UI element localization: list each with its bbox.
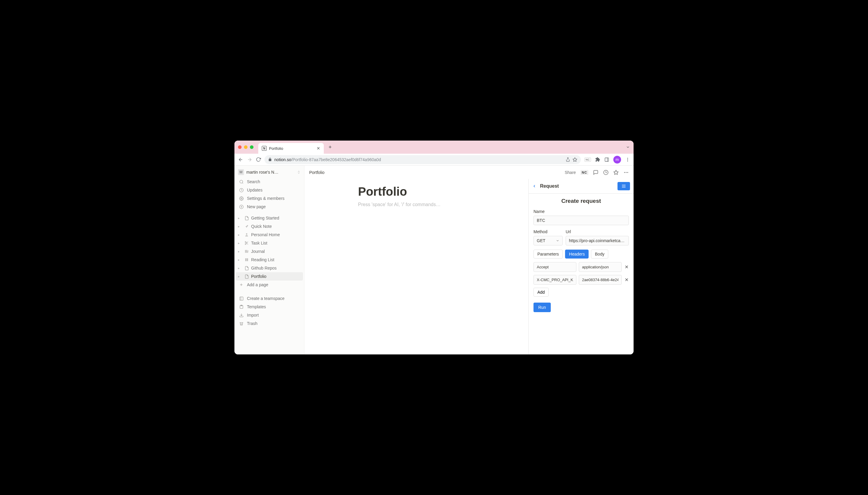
profile-avatar[interactable]: m — [613, 156, 621, 164]
workspace-name: martin rose's N… — [246, 170, 294, 174]
more-icon[interactable] — [624, 170, 629, 175]
workspace-switcher[interactable]: M martin rose's N… — [235, 167, 304, 177]
address-bar[interactable]: notion.so/Portfolio-87aa7be8e2064532aef0… — [265, 155, 581, 164]
chevron-right-icon[interactable]: ▸ — [238, 250, 242, 254]
tab-parameters[interactable]: Parameters — [533, 250, 563, 258]
page-icon — [244, 224, 249, 228]
run-button[interactable]: Run — [533, 303, 551, 312]
favorite-star-icon[interactable] — [613, 170, 619, 175]
header-value-input[interactable] — [579, 275, 622, 285]
tab-headers[interactable]: Headers — [565, 250, 589, 258]
history-icon[interactable] — [603, 170, 609, 175]
delete-header-icon[interactable]: ✕ — [624, 277, 629, 283]
sidebar-templates[interactable]: Templates — [235, 303, 304, 311]
panel-menu-button[interactable] — [617, 182, 630, 190]
reload-button[interactable] — [256, 157, 261, 162]
sidebar-add-page[interactable]: Add a page — [235, 280, 304, 289]
sidebar-page-item[interactable]: ▸Personal Home — [236, 231, 303, 239]
extension-badge[interactable]: NC — [584, 157, 591, 162]
header-key-input[interactable] — [533, 275, 576, 285]
page-label: Task List — [251, 241, 267, 245]
url-input[interactable] — [566, 236, 629, 245]
header-value-input[interactable] — [579, 262, 622, 272]
window-minimize-button[interactable] — [244, 146, 248, 149]
page-icon — [244, 258, 249, 262]
extensions-icon[interactable] — [595, 157, 600, 162]
add-header-button[interactable]: Add — [533, 288, 549, 297]
lock-icon — [268, 157, 272, 161]
svg-point-12 — [241, 198, 242, 199]
sidebar-new-page[interactable]: New page — [235, 203, 304, 211]
sidebar-page-item[interactable]: ▸Task List — [236, 239, 303, 247]
url-text: notion.so/Portfolio-87aa7be8e2064532aef0… — [274, 157, 381, 162]
panel-back-button[interactable] — [532, 184, 537, 188]
bookmark-star-icon[interactable] — [573, 157, 577, 162]
svg-point-34 — [624, 172, 625, 173]
sidebar-updates[interactable]: Updates — [235, 186, 304, 194]
svg-point-6 — [627, 158, 628, 159]
svg-rect-4 — [605, 158, 609, 161]
tabs-dropdown-icon[interactable] — [626, 145, 630, 149]
name-input[interactable] — [533, 216, 629, 225]
svg-point-35 — [626, 172, 627, 173]
sidebar-page-item[interactable]: ▸Quick Note — [236, 222, 303, 231]
sidebar-page-item[interactable]: ▸Getting Started — [236, 214, 303, 222]
page-icon — [244, 233, 249, 237]
chevron-right-icon[interactable]: ▸ — [238, 266, 242, 270]
chevron-right-icon[interactable]: ▸ — [238, 241, 242, 245]
sidebar-import[interactable]: Import — [235, 311, 304, 319]
trash-icon — [239, 321, 244, 326]
window-maximize-button[interactable] — [250, 146, 254, 149]
svg-point-36 — [627, 172, 628, 173]
gear-icon — [239, 196, 244, 201]
page-title[interactable]: Portfolio — [358, 185, 528, 198]
tab-body[interactable]: Body — [591, 250, 608, 258]
editor[interactable]: Portfolio Press 'space' for AI, '/' for … — [304, 179, 528, 355]
share-button[interactable]: Share — [565, 170, 576, 175]
chevron-right-icon[interactable]: ▸ — [238, 225, 242, 228]
new-tab-button[interactable]: + — [326, 143, 334, 152]
sidebar-settings[interactable]: Settings & members — [235, 194, 304, 203]
method-select[interactable]: GET — [533, 236, 563, 245]
svg-point-7 — [627, 159, 628, 160]
tab-title: Portfolio — [269, 146, 314, 151]
sidebar-search[interactable]: Search — [235, 177, 304, 186]
header-key-input[interactable] — [533, 262, 576, 272]
browser-menu-icon[interactable] — [625, 157, 630, 162]
breadcrumb[interactable]: Portfolio — [309, 170, 324, 175]
header-row: ✕ — [533, 275, 629, 285]
sidebar-create-teamspace[interactable]: Create a teamspace — [235, 294, 304, 303]
sidebar-page-item[interactable]: ▸Journal — [236, 247, 303, 256]
panel-subtitle: Create request — [533, 198, 629, 204]
method-label: Method — [533, 229, 563, 234]
share-icon[interactable] — [566, 157, 570, 162]
side-panel-icon[interactable] — [605, 157, 609, 162]
chevron-right-icon[interactable]: ▸ — [238, 258, 242, 262]
teamspace-icon — [239, 296, 244, 301]
notion-favicon: N — [262, 146, 267, 151]
window-close-button[interactable] — [238, 146, 242, 149]
tab-close-icon[interactable]: ✕ — [317, 146, 320, 151]
page-label: Portfolio — [251, 274, 266, 279]
page-label: Github Repos — [251, 266, 277, 270]
delete-header-icon[interactable]: ✕ — [624, 264, 629, 270]
page-label: Personal Home — [251, 232, 280, 237]
comments-icon[interactable] — [593, 170, 598, 175]
back-button[interactable] — [238, 157, 243, 162]
svg-line-20 — [247, 243, 248, 244]
sidebar-page-item[interactable]: ▸Portfolio — [236, 272, 303, 280]
browser-tab[interactable]: N Portfolio ✕ — [258, 143, 324, 154]
content-area: Portfolio Share NC Portfolio Press 'spac… — [304, 166, 633, 355]
sidebar-trash[interactable]: Trash — [235, 319, 304, 328]
chevron-right-icon[interactable]: ▸ — [238, 233, 242, 237]
chevron-right-icon[interactable]: ▸ — [238, 275, 242, 278]
chevron-right-icon[interactable]: ▸ — [238, 216, 242, 220]
sidebar-page-item[interactable]: ▸Github Repos — [236, 264, 303, 272]
svg-point-17 — [245, 241, 246, 243]
page-icon — [244, 249, 249, 254]
sidebar-page-item[interactable]: ▸Reading List — [236, 256, 303, 264]
nc-badge[interactable]: NC — [581, 170, 588, 175]
topbar: Portfolio Share NC — [304, 166, 633, 179]
svg-rect-24 — [247, 250, 248, 253]
forward-button[interactable] — [247, 157, 252, 162]
